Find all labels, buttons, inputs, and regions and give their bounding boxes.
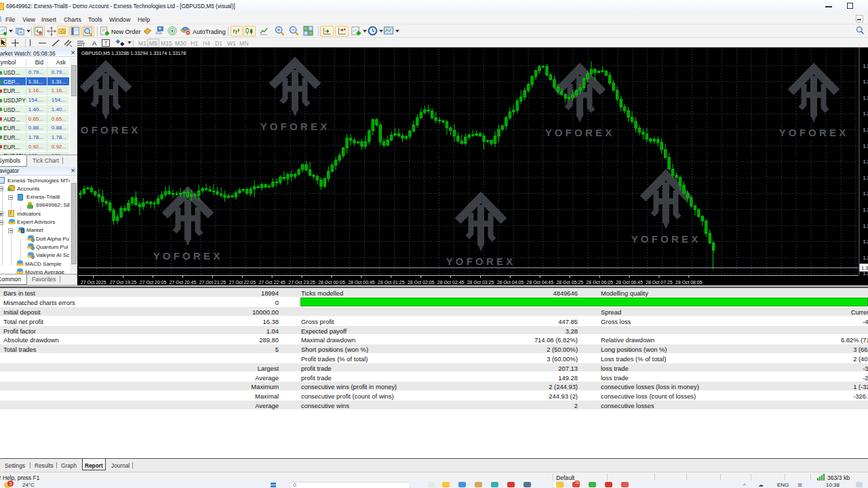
svg-text:28 Oct 06:45: 28 Oct 06:45 xyxy=(616,280,643,285)
svg-text:1.33140: 1.33140 xyxy=(863,270,868,277)
svg-text:28 Oct 04:05: 28 Oct 04:05 xyxy=(497,280,524,285)
svg-text:28 Oct 05:25: 28 Oct 05:25 xyxy=(556,280,583,285)
svg-text:28 Oct 01:25: 28 Oct 01:25 xyxy=(378,280,405,285)
svg-text:27 Oct 2025: 27 Oct 2025 xyxy=(81,280,106,285)
svg-text:1.33540: 1.33540 xyxy=(863,143,868,149)
svg-text:1.33290: 1.33290 xyxy=(863,223,868,229)
svg-text:28 Oct 02:45: 28 Oct 02:45 xyxy=(437,280,465,285)
svg-text:YOFOREX: YOFOREX xyxy=(446,256,516,267)
svg-text:YOFOREX: YOFOREX xyxy=(545,127,615,138)
svg-text:1.33390: 1.33390 xyxy=(863,190,868,197)
svg-text:28 Oct 03:25: 28 Oct 03:25 xyxy=(467,280,494,285)
svg-text:1.33190: 1.33190 xyxy=(863,255,868,261)
svg-text:GBPUSD,M5 1.33286 1.33294 1.33: GBPUSD,M5 1.33286 1.33294 1.33174 1.3317… xyxy=(81,50,186,56)
svg-text:28 Oct 07:25: 28 Oct 07:25 xyxy=(646,280,673,285)
svg-text:1.33590: 1.33590 xyxy=(863,127,868,133)
svg-text:27 Oct 19:25: 27 Oct 19:25 xyxy=(110,280,137,285)
svg-text:1.33790: 1.33790 xyxy=(863,63,868,69)
svg-text:28 Oct 06:05: 28 Oct 06:05 xyxy=(586,280,613,285)
svg-text:28 Oct 00:05: 28 Oct 00:05 xyxy=(318,280,345,285)
svg-text:28 Oct 04:45: 28 Oct 04:45 xyxy=(527,280,554,285)
svg-text:1.33490: 1.33490 xyxy=(863,159,868,165)
svg-text:YOFOREX: YOFOREX xyxy=(779,127,849,138)
svg-text:28 Oct 08:05: 28 Oct 08:05 xyxy=(675,280,703,285)
svg-text:27 Oct 22:05: 27 Oct 22:05 xyxy=(229,280,256,285)
svg-text:28 Oct 02:05: 28 Oct 02:05 xyxy=(408,280,435,285)
svg-text:1.33690: 1.33690 xyxy=(863,95,868,101)
svg-text:f: f xyxy=(83,43,84,47)
svg-text:27 Oct 22:45: 27 Oct 22:45 xyxy=(258,280,285,285)
svg-text:1.33240: 1.33240 xyxy=(863,239,868,245)
svg-text:1.33740: 1.33740 xyxy=(863,79,868,85)
svg-text:1.33178: 1.33178 xyxy=(861,265,868,271)
svg-text:1.33440: 1.33440 xyxy=(863,175,868,181)
svg-text:1.33340: 1.33340 xyxy=(863,207,868,213)
svg-text:27 Oct 20:45: 27 Oct 20:45 xyxy=(170,280,197,285)
svg-text:YOFOREX: YOFOREX xyxy=(260,121,330,132)
svg-text:27 Oct 23:25: 27 Oct 23:25 xyxy=(288,280,315,285)
svg-text:27 Oct 21:25: 27 Oct 21:25 xyxy=(199,280,226,285)
svg-text:27 Oct 20:05: 27 Oct 20:05 xyxy=(140,280,167,285)
svg-text:1.33640: 1.33640 xyxy=(863,110,868,117)
svg-text:YOFOREX: YOFOREX xyxy=(153,250,223,262)
svg-text:YOFOREX: YOFOREX xyxy=(631,233,701,245)
svg-text:28 Oct 00:45: 28 Oct 00:45 xyxy=(348,280,375,285)
